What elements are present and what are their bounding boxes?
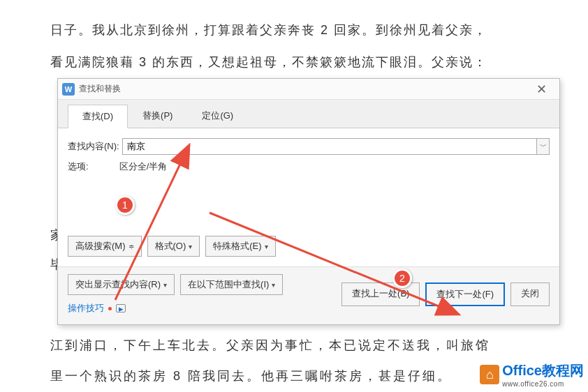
caret-down-icon: ▾ [189, 243, 192, 250]
tab-goto[interactable]: 定位(G) [187, 104, 248, 128]
red-dot-icon [108, 307, 112, 310]
caret-down-icon: ▾ [163, 281, 167, 289]
background-text-2: 看见满院狼藉 3 的东西，又想起祖母，不禁簌簌地流下眼泪。父亲说： [0, 42, 538, 84]
format-button[interactable]: 格式(O)▾ [147, 236, 200, 257]
wps-icon: W [62, 83, 75, 96]
watermark-title: Office教程网 [502, 361, 584, 380]
caret-down-icon: ▾ [265, 243, 268, 250]
watermark: ⌂ Office教程网 www.office26.com [480, 361, 584, 388]
background-text-6: 里一个熟识的茶房 8 陪我同去。他再三嘱咐茶房，甚是仔细。 [50, 363, 452, 391]
find-next-button[interactable]: 查找下一处(F) [425, 282, 505, 306]
special-format-button[interactable]: 特殊格式(E)▾ [205, 236, 275, 257]
find-dropdown-arrow[interactable]: ﹀ [537, 138, 550, 155]
highlight-results-button[interactable]: 突出显示查找内容(R)▾ [68, 274, 175, 295]
options-label: 选项: [68, 160, 89, 173]
badge-2: 2 [392, 269, 412, 288]
find-content-input[interactable] [122, 138, 537, 155]
close-button[interactable]: 关闭 [510, 282, 550, 306]
tab-strip: 查找(D) 替换(P) 定位(G) [58, 100, 559, 128]
options-value: 区分全/半角 [119, 160, 168, 173]
chevron-down-icon: ≑ [128, 243, 134, 250]
advanced-search-button[interactable]: 高级搜索(M)≑ [68, 236, 142, 257]
close-icon[interactable]: ✕ [527, 80, 555, 99]
find-content-label: 查找内容(N): [68, 140, 119, 153]
background-text-5: 江到浦口，下午上车北去。父亲因为事忙，本已说定不送我，叫旅馆 [50, 332, 490, 360]
caret-down-icon: ▾ [272, 281, 275, 289]
tab-find-body: 查找内容(N): ﹀ 选项: 区分全/半角 高级搜索(M)≑ 格式(O)▾ 特殊… [58, 128, 559, 266]
watermark-url: www.office26.com [502, 380, 584, 388]
tips-link[interactable]: 操作技巧 ▸ [68, 302, 283, 315]
tab-find[interactable]: 查找(D) [68, 105, 128, 128]
tab-replace[interactable]: 替换(P) [128, 104, 187, 128]
dialog-footer: 突出显示查找内容(R)▾ 在以下范围中查找(I)▾ 操作技巧 ▸ 查找上一处(B… [58, 266, 559, 324]
dialog-title: 查找和替换 [79, 83, 527, 95]
search-in-button[interactable]: 在以下范围中查找(I)▾ [180, 274, 283, 295]
badge-1: 1 [115, 195, 135, 215]
dialog-titlebar[interactable]: W 查找和替换 ✕ [58, 79, 559, 100]
play-icon: ▸ [116, 304, 126, 312]
office-icon: ⌂ [480, 365, 499, 384]
